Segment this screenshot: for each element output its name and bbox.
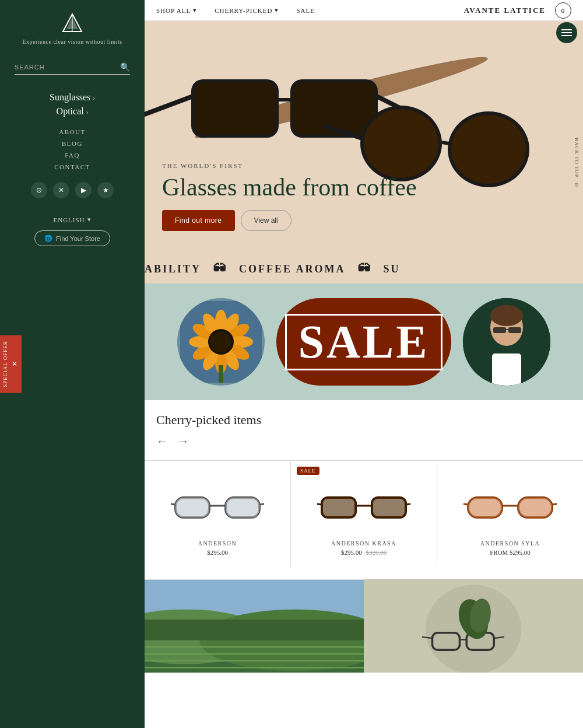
language-selector[interactable]: ENGLISH ▾ (53, 216, 91, 223)
find-store-button[interactable]: 🌐 Find Your Store (34, 230, 110, 246)
product-image-1 (171, 484, 264, 531)
next-arrow-button[interactable]: → (177, 435, 189, 448)
svg-rect-42 (508, 327, 521, 333)
landscape-image[interactable] (145, 580, 364, 673)
product-card-1[interactable]: ANDERSON $295.00 (145, 461, 291, 568)
brand-logo-icon (61, 12, 84, 35)
search-input[interactable] (15, 64, 120, 71)
hero-subtitle: THE WORLD'S FIRST (162, 162, 417, 169)
sale-pill[interactable]: SALE (276, 298, 451, 386)
chevron-icon: › (86, 108, 89, 115)
svg-rect-47 (175, 498, 209, 517)
social-links: ⊙ ✕ ▶ ★ (31, 182, 114, 198)
product-name-1: ANDERSON (198, 540, 237, 547)
view-all-button[interactable]: View all (241, 210, 292, 231)
instagram-icon[interactable]: ⊙ (31, 182, 47, 198)
svg-rect-21 (561, 35, 572, 36)
nav-optical[interactable]: Optical › (57, 106, 89, 117)
nav-contact[interactable]: CONTACT (54, 163, 90, 170)
product-image-3 (463, 484, 557, 531)
nav-cherry-picked[interactable]: CHERRY-PICKED ▾ (215, 6, 279, 14)
brand-name: AVANTE LATTICE (464, 6, 546, 15)
product-price-3: FROM $295.00 (490, 549, 531, 556)
hero-buttons: Find out more View all (162, 210, 417, 231)
sale-text: SALE (285, 314, 443, 370)
svg-rect-44 (492, 354, 521, 386)
product-card-3[interactable]: ANDERSON SYLA FROM $295.00 (437, 461, 583, 568)
products-row: ANDERSON $295.00 SALE (145, 460, 583, 568)
sale-banner[interactable]: SALE (145, 284, 583, 400)
main-content: SHOP ALL ▾ CHERRY-PICKED ▾ SALE AVANTE L… (145, 0, 583, 728)
landscape-svg (145, 580, 364, 673)
youtube-icon[interactable]: ▶ (75, 182, 92, 198)
svg-rect-57 (372, 498, 406, 517)
sub-nav: ABOUT BLOG FAQ CONTACT (54, 128, 90, 170)
nav-about[interactable]: ABOUT (59, 128, 85, 135)
model-circle (463, 298, 550, 386)
hero-title: Glasses made from coffee (162, 174, 417, 201)
product-name-2: ANDERSON KRASA (331, 540, 396, 547)
svg-rect-20 (561, 32, 572, 33)
svg-rect-10 (278, 98, 292, 102)
model-image (463, 298, 550, 386)
product-card-2[interactable]: SALE ANDERSON KRASA $295.00 (291, 461, 437, 568)
product-detail-image[interactable] (364, 580, 583, 673)
bottom-sections (145, 579, 583, 673)
nav-right: AVANTE LATTICE 0 (464, 2, 571, 19)
search-bar[interactable]: 🔍 (15, 62, 130, 75)
svg-rect-63 (468, 498, 502, 517)
carousel-arrows: ← → (156, 435, 261, 448)
nav-sale[interactable]: SALE (296, 7, 315, 14)
sunflower-image (180, 301, 262, 383)
chevron-down-icon: ▾ (87, 216, 92, 223)
svg-point-40 (490, 305, 523, 326)
product-detail-svg (364, 579, 583, 673)
hero-text: THE WORLD'S FIRST Glasses made from coff… (162, 162, 417, 231)
nav-faq[interactable]: FAQ (65, 152, 80, 159)
svg-rect-75 (145, 620, 364, 640)
svg-rect-7 (194, 82, 276, 135)
chevron-down-icon: ▾ (193, 6, 197, 14)
star-icon[interactable]: ★ (97, 182, 114, 198)
svg-rect-55 (322, 498, 356, 517)
back-to-top[interactable]: BACK TO TOP ⊙ (570, 138, 583, 219)
menu-icon (561, 29, 572, 36)
close-icon[interactable]: ✕ (10, 359, 19, 368)
svg-point-16 (451, 115, 526, 184)
glasses-icon-2: 🕶 (357, 261, 372, 276)
cart-button[interactable]: 0 (555, 2, 571, 19)
svg-point-36 (210, 331, 231, 352)
hamburger-menu-button[interactable] (556, 22, 577, 43)
svg-rect-49 (226, 498, 259, 517)
cherry-picked-section: Cherry-picked items ← → (145, 400, 583, 579)
arrow-up-icon: ⊙ (574, 183, 580, 188)
nav-shop-all[interactable]: SHOP ALL ▾ (156, 6, 197, 14)
nav-blog[interactable]: BLOG (62, 140, 83, 147)
glasses-icon-1: 🕶 (213, 261, 227, 276)
svg-rect-19 (561, 29, 572, 30)
cherry-picked-header: Cherry-picked items ← → (145, 412, 583, 460)
hero-section: THE WORLD'S FIRST Glasses made from coff… (145, 21, 583, 254)
logo-area: Experience clear vision without limits (10, 12, 134, 57)
sidebar: Experience clear vision without limits 🔍… (0, 0, 145, 728)
cherry-picked-title-block: Cherry-picked items ← → (156, 412, 261, 448)
marquee-section: ABILITY 🕶 COFFEE AROMA 🕶 SU (145, 254, 583, 284)
twitter-icon[interactable]: ✕ (53, 182, 69, 198)
find-out-more-button[interactable]: Find out more (162, 210, 235, 231)
product-name-3: ANDERSON SYLA (480, 540, 540, 547)
svg-rect-41 (493, 327, 506, 333)
prev-arrow-button[interactable]: ← (156, 435, 168, 448)
top-navigation: SHOP ALL ▾ CHERRY-PICKED ▾ SALE AVANTE L… (145, 0, 583, 21)
product-price-2: $295.00 $320.00 (341, 549, 387, 556)
main-nav: Sunglasses › Optical › (50, 92, 95, 117)
marquee-content: ABILITY 🕶 COFFEE AROMA 🕶 SU (145, 261, 401, 276)
globe-icon: 🌐 (44, 235, 52, 242)
sunflower-circle (177, 298, 265, 386)
nav-sunglasses[interactable]: Sunglasses › (50, 92, 95, 103)
sale-badge: SALE (297, 467, 319, 475)
search-button[interactable]: 🔍 (120, 62, 130, 72)
cherry-picked-title: Cherry-picked items (156, 412, 261, 429)
special-offer-tab[interactable]: SPECIAL OFFER ✕ (0, 335, 22, 393)
product-image-2 (317, 484, 410, 531)
brand-tagline: Experience clear vision without limits (10, 38, 134, 45)
